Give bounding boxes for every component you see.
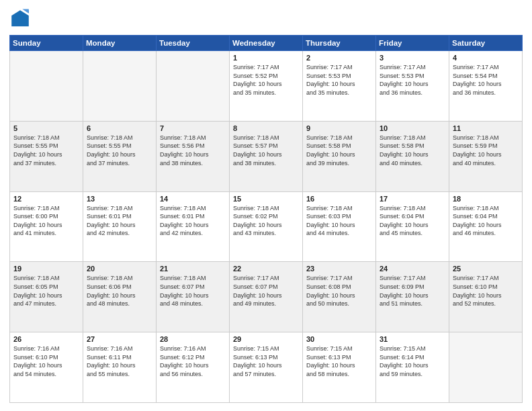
- calendar-weekday-saturday: Saturday: [449, 36, 523, 51]
- calendar-cell: 30Sunrise: 7:15 AM Sunset: 6:13 PM Dayli…: [303, 332, 376, 403]
- day-info: Sunrise: 7:17 AM Sunset: 6:09 PM Dayligh…: [380, 274, 445, 308]
- day-number: 25: [453, 265, 519, 273]
- day-number: 7: [160, 124, 226, 132]
- day-info: Sunrise: 7:18 AM Sunset: 6:01 PM Dayligh…: [160, 204, 226, 238]
- day-number: 1: [233, 54, 299, 62]
- header: [9, 8, 523, 30]
- day-number: 28: [160, 335, 226, 343]
- calendar-cell: [157, 51, 230, 122]
- calendar-cell: 29Sunrise: 7:15 AM Sunset: 6:13 PM Dayli…: [230, 332, 303, 403]
- calendar-cell: 1Sunrise: 7:17 AM Sunset: 5:52 PM Daylig…: [230, 51, 303, 122]
- day-info: Sunrise: 7:16 AM Sunset: 6:12 PM Dayligh…: [160, 345, 226, 378]
- day-info: Sunrise: 7:16 AM Sunset: 6:10 PM Dayligh…: [13, 345, 79, 378]
- calendar-cell: 5Sunrise: 7:18 AM Sunset: 5:55 PM Daylig…: [10, 121, 83, 191]
- calendar-table: SundayMondayTuesdayWednesdayThursdayFrid…: [9, 35, 523, 403]
- calendar-weekday-sunday: Sunday: [10, 36, 83, 51]
- calendar-cell: 10Sunrise: 7:18 AM Sunset: 5:58 PM Dayli…: [376, 121, 449, 191]
- calendar-cell: 16Sunrise: 7:18 AM Sunset: 6:03 PM Dayli…: [303, 191, 376, 262]
- day-number: 3: [380, 54, 445, 62]
- day-info: Sunrise: 7:18 AM Sunset: 6:05 PM Dayligh…: [13, 274, 79, 308]
- calendar-cell: 19Sunrise: 7:18 AM Sunset: 6:05 PM Dayli…: [10, 262, 83, 332]
- day-number: 9: [306, 124, 372, 132]
- calendar-cell: 2Sunrise: 7:17 AM Sunset: 5:53 PM Daylig…: [303, 51, 376, 122]
- calendar-cell: 9Sunrise: 7:18 AM Sunset: 5:58 PM Daylig…: [303, 121, 376, 191]
- day-info: Sunrise: 7:18 AM Sunset: 5:59 PM Dayligh…: [453, 134, 519, 167]
- calendar-cell: 23Sunrise: 7:17 AM Sunset: 6:08 PM Dayli…: [303, 262, 376, 332]
- day-info: Sunrise: 7:16 AM Sunset: 6:11 PM Dayligh…: [87, 345, 152, 378]
- day-number: 14: [160, 195, 226, 203]
- calendar-weekday-wednesday: Wednesday: [230, 36, 303, 51]
- calendar-cell: 25Sunrise: 7:17 AM Sunset: 6:10 PM Dayli…: [449, 262, 523, 332]
- calendar-cell: 12Sunrise: 7:18 AM Sunset: 6:00 PM Dayli…: [10, 191, 83, 262]
- calendar-cell: 14Sunrise: 7:18 AM Sunset: 6:01 PM Dayli…: [157, 191, 230, 262]
- day-info: Sunrise: 7:18 AM Sunset: 6:04 PM Dayligh…: [380, 204, 445, 238]
- calendar-cell: 18Sunrise: 7:18 AM Sunset: 6:04 PM Dayli…: [449, 191, 523, 262]
- day-info: Sunrise: 7:18 AM Sunset: 5:57 PM Dayligh…: [233, 134, 299, 167]
- day-number: 8: [233, 124, 299, 132]
- day-info: Sunrise: 7:15 AM Sunset: 6:13 PM Dayligh…: [233, 345, 299, 378]
- calendar-cell: 31Sunrise: 7:15 AM Sunset: 6:14 PM Dayli…: [376, 332, 449, 403]
- calendar-cell: 7Sunrise: 7:18 AM Sunset: 5:56 PM Daylig…: [157, 121, 230, 191]
- calendar-cell: 13Sunrise: 7:18 AM Sunset: 6:01 PM Dayli…: [83, 191, 157, 262]
- day-info: Sunrise: 7:15 AM Sunset: 6:14 PM Dayligh…: [380, 345, 445, 378]
- day-info: Sunrise: 7:17 AM Sunset: 5:54 PM Dayligh…: [453, 63, 519, 97]
- calendar-cell: 22Sunrise: 7:17 AM Sunset: 6:07 PM Dayli…: [230, 262, 303, 332]
- day-number: 4: [453, 54, 519, 62]
- calendar-cell: [449, 332, 523, 403]
- day-info: Sunrise: 7:18 AM Sunset: 5:56 PM Dayligh…: [160, 134, 226, 167]
- calendar-week-row: 26Sunrise: 7:16 AM Sunset: 6:10 PM Dayli…: [10, 332, 523, 403]
- day-info: Sunrise: 7:17 AM Sunset: 6:08 PM Dayligh…: [306, 274, 372, 308]
- calendar-weekday-tuesday: Tuesday: [157, 36, 230, 51]
- day-info: Sunrise: 7:18 AM Sunset: 6:07 PM Dayligh…: [160, 274, 226, 308]
- calendar-cell: 3Sunrise: 7:17 AM Sunset: 5:53 PM Daylig…: [376, 51, 449, 122]
- day-number: 31: [380, 335, 445, 343]
- calendar-cell: 6Sunrise: 7:18 AM Sunset: 5:55 PM Daylig…: [83, 121, 157, 191]
- day-number: 30: [306, 335, 372, 343]
- calendar-cell: 11Sunrise: 7:18 AM Sunset: 5:59 PM Dayli…: [449, 121, 523, 191]
- day-info: Sunrise: 7:17 AM Sunset: 5:53 PM Dayligh…: [380, 63, 445, 97]
- day-number: 16: [306, 195, 372, 203]
- day-info: Sunrise: 7:18 AM Sunset: 6:06 PM Dayligh…: [87, 274, 152, 308]
- day-number: 20: [87, 265, 152, 273]
- day-info: Sunrise: 7:18 AM Sunset: 6:01 PM Dayligh…: [87, 204, 152, 238]
- day-info: Sunrise: 7:17 AM Sunset: 6:10 PM Dayligh…: [453, 274, 519, 308]
- day-number: 26: [13, 335, 79, 343]
- day-number: 10: [380, 124, 445, 132]
- page: SundayMondayTuesdayWednesdayThursdayFrid…: [0, 0, 532, 411]
- day-info: Sunrise: 7:17 AM Sunset: 5:53 PM Dayligh…: [306, 63, 372, 97]
- calendar-cell: 24Sunrise: 7:17 AM Sunset: 6:09 PM Dayli…: [376, 262, 449, 332]
- calendar-cell: 20Sunrise: 7:18 AM Sunset: 6:06 PM Dayli…: [83, 262, 157, 332]
- day-number: 21: [160, 265, 226, 273]
- calendar-header-row: SundayMondayTuesdayWednesdayThursdayFrid…: [10, 36, 523, 51]
- day-number: 18: [453, 195, 519, 203]
- calendar-week-row: 12Sunrise: 7:18 AM Sunset: 6:00 PM Dayli…: [10, 191, 523, 262]
- day-number: 24: [380, 265, 445, 273]
- day-number: 19: [13, 265, 79, 273]
- day-info: Sunrise: 7:17 AM Sunset: 5:52 PM Dayligh…: [233, 63, 299, 97]
- day-number: 6: [87, 124, 152, 132]
- calendar-cell: 15Sunrise: 7:18 AM Sunset: 6:02 PM Dayli…: [230, 191, 303, 262]
- logo-icon: [9, 8, 31, 30]
- svg-marker-0: [11, 10, 29, 26]
- day-info: Sunrise: 7:18 AM Sunset: 6:00 PM Dayligh…: [13, 204, 79, 238]
- calendar-weekday-monday: Monday: [83, 36, 157, 51]
- calendar-week-row: 1Sunrise: 7:17 AM Sunset: 5:52 PM Daylig…: [10, 51, 523, 122]
- day-info: Sunrise: 7:18 AM Sunset: 5:58 PM Dayligh…: [380, 134, 445, 167]
- day-info: Sunrise: 7:18 AM Sunset: 6:02 PM Dayligh…: [233, 204, 299, 238]
- calendar-cell: [83, 51, 157, 122]
- logo: [9, 8, 34, 30]
- day-number: 5: [13, 124, 79, 132]
- day-number: 22: [233, 265, 299, 273]
- calendar-weekday-thursday: Thursday: [303, 36, 376, 51]
- day-number: 13: [87, 195, 152, 203]
- calendar-cell: 27Sunrise: 7:16 AM Sunset: 6:11 PM Dayli…: [83, 332, 157, 403]
- day-info: Sunrise: 7:18 AM Sunset: 5:55 PM Dayligh…: [87, 134, 152, 167]
- day-number: 2: [306, 54, 372, 62]
- day-info: Sunrise: 7:18 AM Sunset: 5:55 PM Dayligh…: [13, 134, 79, 167]
- calendar-cell: 17Sunrise: 7:18 AM Sunset: 6:04 PM Dayli…: [376, 191, 449, 262]
- calendar-week-row: 5Sunrise: 7:18 AM Sunset: 5:55 PM Daylig…: [10, 121, 523, 191]
- calendar-cell: 26Sunrise: 7:16 AM Sunset: 6:10 PM Dayli…: [10, 332, 83, 403]
- day-info: Sunrise: 7:18 AM Sunset: 5:58 PM Dayligh…: [306, 134, 372, 167]
- calendar-cell: 21Sunrise: 7:18 AM Sunset: 6:07 PM Dayli…: [157, 262, 230, 332]
- day-number: 12: [13, 195, 79, 203]
